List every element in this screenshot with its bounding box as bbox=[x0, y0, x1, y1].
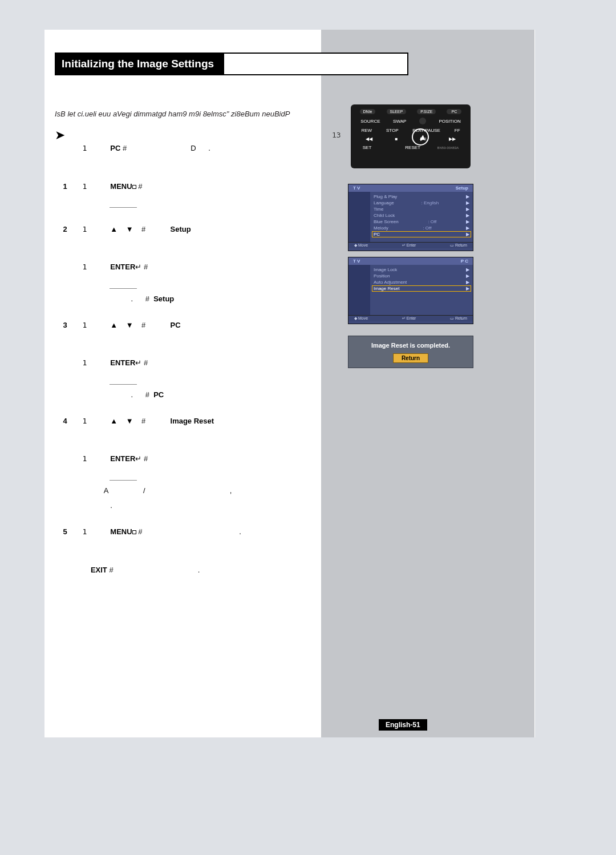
remote-swap-label: SWAP bbox=[393, 119, 406, 124]
remote-set-label: SET bbox=[363, 145, 372, 150]
osd-pc-screenshot: T V P C Image Lock▶ Position▶ Auto Adjus… bbox=[348, 257, 473, 324]
remote-position-label: POSITION bbox=[439, 119, 460, 124]
remote-button bbox=[419, 118, 426, 124]
page-title: Initializing the Image Settings bbox=[56, 54, 224, 74]
remote-pc-button: PC bbox=[447, 109, 461, 114]
remote-source-label: SOURCE bbox=[360, 119, 380, 124]
remote-ff-icon: ▶▶ bbox=[449, 136, 456, 142]
intro-text: IsB let ci.ueli euu aVegi dimmatgd ham9 … bbox=[55, 110, 290, 118]
osd-menu-list: Image Lock▶ Position▶ Auto Adjustment▶ I… bbox=[370, 265, 473, 315]
osd-title: Setup bbox=[456, 185, 468, 191]
osd-left-panel bbox=[348, 265, 370, 315]
remote-stop-label: STOP bbox=[386, 128, 399, 133]
menu-icon bbox=[132, 530, 136, 534]
steps-block: 1 PC # D . 11 MENU # 21 ▲ ▼ # Setup 1 EN… bbox=[55, 131, 323, 591]
osd-tv-label: T V bbox=[353, 185, 360, 191]
osd-menu-list: Plug & Play▶ Language: English▶ Time▶ Ch… bbox=[370, 192, 473, 242]
remote-model: BN59-00483A bbox=[437, 146, 459, 150]
title-bar: Initializing the Image Settings bbox=[55, 53, 408, 75]
enter-icon: ↵ bbox=[135, 358, 141, 367]
remote-dnie-button: DNIe bbox=[360, 109, 376, 114]
divider bbox=[110, 288, 137, 289]
remote-stop-icon: ■ bbox=[395, 136, 398, 142]
step-2: 2 bbox=[63, 224, 82, 235]
enter-icon: ↵ bbox=[135, 263, 141, 271]
osd-tv-label: T V bbox=[353, 259, 360, 264]
osd-setup-screenshot: T V Setup Plug & Play▶ Language: English… bbox=[348, 184, 473, 251]
page-number: English-51 bbox=[379, 719, 427, 731]
image-reset-popup: Image Reset is completed. Return bbox=[348, 336, 473, 368]
remote-ff-label: FF bbox=[455, 128, 460, 133]
divider bbox=[110, 384, 137, 385]
step-5: 5 bbox=[63, 526, 82, 538]
remote-reset-label: RESET bbox=[405, 145, 420, 150]
return-button: Return bbox=[393, 353, 428, 363]
step-1: 1 bbox=[63, 181, 82, 192]
remote-control-image: DNIe SLEEP P.SIZE PC SOURCE SWAP POSITIO… bbox=[351, 104, 471, 168]
menu-icon bbox=[132, 185, 136, 189]
remote-sleep-button: SLEEP bbox=[387, 109, 407, 114]
osd-selected-pc: PC▶ bbox=[372, 231, 471, 237]
remote-rew-icon: ◀◀ bbox=[366, 136, 372, 142]
step-3: 3 bbox=[63, 320, 82, 331]
step-4: 4 bbox=[63, 416, 82, 427]
osd-selected-image-reset: Image Reset▶ bbox=[372, 285, 471, 292]
osd-left-panel bbox=[348, 192, 370, 242]
popup-message: Image Reset is completed. bbox=[353, 342, 468, 349]
remote-rew-label: REW bbox=[361, 128, 372, 133]
remote-psize-button: P.SIZE bbox=[417, 109, 436, 114]
divider bbox=[110, 207, 137, 208]
remote-step-number: 13 bbox=[332, 131, 341, 139]
divider bbox=[110, 480, 137, 481]
enter-icon: ↵ bbox=[135, 454, 141, 463]
osd-title: P C bbox=[461, 259, 468, 264]
